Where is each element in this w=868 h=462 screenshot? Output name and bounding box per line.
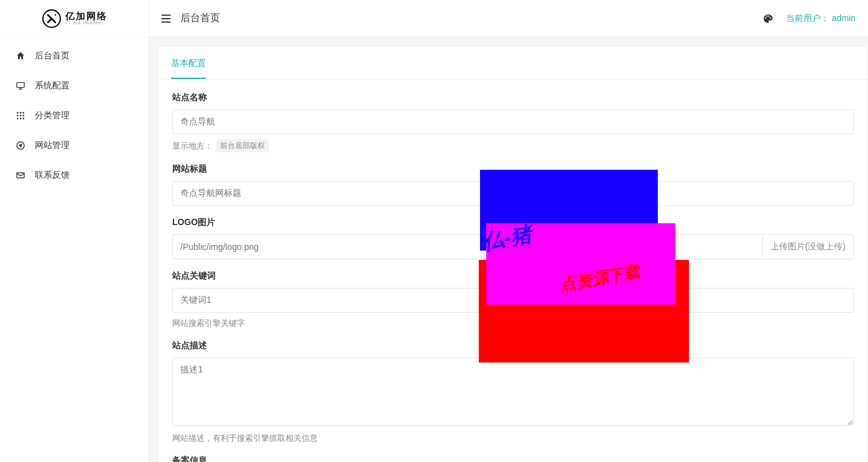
- tab-label: 基本配置: [171, 58, 206, 68]
- keywords-label: 站点关键词: [172, 270, 854, 282]
- config-card: 基本配置 站点名称 显示地方： 前台底部版权: [158, 46, 868, 462]
- user-name: admin: [832, 13, 856, 23]
- palette-icon: [762, 13, 773, 24]
- sidebar-item-category[interactable]: 分类管理: [0, 101, 149, 131]
- svg-point-10: [20, 118, 22, 119]
- menu-toggle-button[interactable]: [159, 12, 173, 25]
- svg-point-6: [17, 115, 19, 117]
- content-area: 基本配置 站点名称 显示地方： 前台底部版权: [149, 37, 868, 462]
- svg-point-9: [17, 118, 19, 119]
- form-group-logo: LOGO图片 上传图片(没做上传): [172, 217, 854, 259]
- keywords-input[interactable]: [172, 288, 854, 313]
- logo-label: LOGO图片: [172, 217, 854, 228]
- svg-point-5: [22, 112, 24, 114]
- grid-icon: [15, 111, 26, 121]
- sidebar-nav: 后台首页 系统配置 分类管理 网站管理: [0, 37, 149, 190]
- user-label: 当前用户：: [786, 13, 829, 24]
- site-title-label: 网站标题: [172, 164, 854, 175]
- sidebar-item-website[interactable]: 网站管理: [0, 131, 149, 160]
- sidebar-item-home[interactable]: 后台首页: [0, 41, 149, 71]
- theme-button[interactable]: [762, 13, 773, 24]
- beian-label: 备案信息: [172, 455, 854, 462]
- page-title: 后台首页: [180, 12, 220, 25]
- logo-icon: [42, 9, 62, 29]
- form-group-description: 站点描述 描述1 网站描述，有利于搜索引擎抓取相关信息: [172, 340, 854, 444]
- logo-subtext: YI Jia INenter: [65, 21, 108, 25]
- sidebar-item-label: 联系反馈: [35, 170, 70, 181]
- svg-point-11: [22, 118, 24, 119]
- sidebar-item-label: 后台首页: [35, 50, 70, 62]
- form-group-site-title: 网站标题: [172, 164, 854, 206]
- logo-text: 亿加网络: [65, 11, 108, 21]
- current-user[interactable]: 当前用户： admin: [786, 13, 856, 24]
- sidebar-item-feedback[interactable]: 联系反馈: [0, 160, 149, 190]
- config-form: 站点名称 显示地方： 前台底部版权 网站标题 LOGO图: [159, 80, 867, 462]
- hamburger-icon: [159, 12, 173, 25]
- svg-point-4: [20, 112, 22, 114]
- form-group-beian: 备案信息: [172, 455, 854, 462]
- site-title-input[interactable]: [172, 181, 854, 206]
- svg-rect-2: [17, 83, 24, 88]
- monitor-icon: [15, 81, 26, 91]
- logo-area: 亿加网络 YI Jia INenter: [0, 0, 149, 37]
- sidebar: 亿加网络 YI Jia INenter 后台首页 系统配置: [0, 0, 149, 462]
- site-name-help: 显示地方： 前台底部版权: [172, 139, 854, 152]
- svg-point-3: [17, 112, 19, 114]
- site-name-label: 站点名称: [172, 92, 854, 103]
- tabs: 基本配置: [159, 47, 867, 80]
- home-icon: [15, 51, 26, 61]
- form-group-site-name: 站点名称 显示地方： 前台底部版权: [172, 92, 854, 152]
- tab-basic-config[interactable]: 基本配置: [171, 47, 206, 79]
- topbar: 后台首页 当前用户： admin: [149, 0, 868, 37]
- upload-image-button[interactable]: 上传图片(没做上传): [763, 234, 854, 259]
- svg-point-1: [54, 14, 55, 15]
- logo-path-input[interactable]: [172, 234, 763, 259]
- sidebar-item-config[interactable]: 系统配置: [0, 71, 149, 101]
- help-badge: 前台底部版权: [216, 139, 269, 152]
- svg-point-7: [20, 115, 22, 117]
- svg-point-8: [22, 115, 24, 117]
- description-textarea[interactable]: 描述1: [172, 358, 854, 426]
- form-group-keywords: 站点关键词 网站搜索引擎关键字: [172, 270, 854, 329]
- description-label: 站点描述: [172, 340, 854, 351]
- sidebar-item-label: 网站管理: [35, 140, 70, 151]
- keywords-help: 网站搜索引擎关键字: [172, 318, 854, 329]
- description-help: 网站描述，有利于搜索引擎抓取相关信息: [172, 433, 854, 444]
- compass-icon: [15, 141, 26, 150]
- help-prefix: 显示地方：: [172, 141, 213, 152]
- mail-icon: [15, 170, 26, 180]
- sidebar-item-label: 分类管理: [35, 110, 70, 121]
- sidebar-item-label: 系统配置: [35, 80, 70, 91]
- site-name-input[interactable]: [172, 109, 854, 134]
